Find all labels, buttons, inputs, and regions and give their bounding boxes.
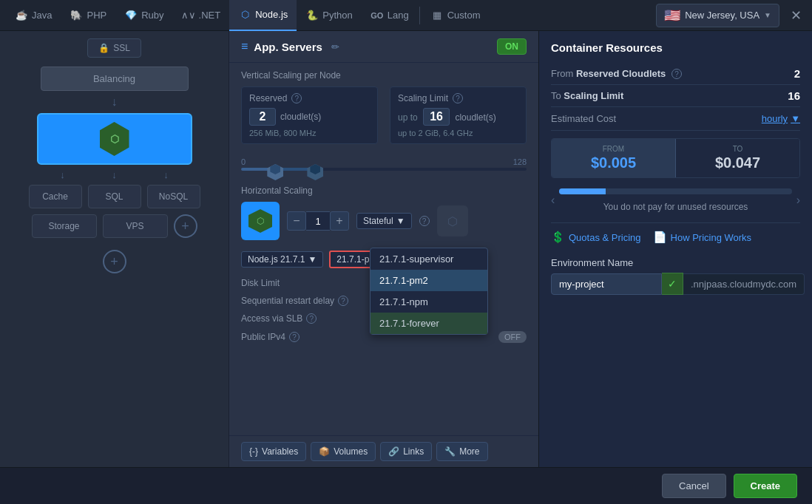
hourly-select[interactable]: hourly ▼ (762, 113, 800, 124)
version-option-supervisor[interactable]: 21.7.1-supervisor (371, 248, 487, 270)
cancel-button[interactable]: Cancel (662, 474, 725, 498)
balancing-button[interactable]: Balancing (41, 67, 189, 91)
scaling-limit-input[interactable] (423, 108, 450, 126)
how-pricing-label: How Pricing Works (671, 232, 752, 243)
hex-handle-right-inner (310, 164, 320, 174)
slider-labels: 0 128 (241, 157, 527, 166)
access-slb-help-icon[interactable]: ? (306, 313, 317, 324)
tab-net[interactable]: ∧∨ .NET (173, 0, 230, 31)
env-domain: .nnjpaas.cloudmydc.com (683, 273, 805, 295)
scaling-limit-help-icon[interactable]: ? (453, 93, 463, 103)
storage-block[interactable]: Storage (32, 214, 97, 238)
slider-max: 128 (513, 157, 527, 166)
add-db-button[interactable]: + (174, 214, 197, 238)
scaling-upto: up to cloudlet(s) (398, 108, 518, 126)
how-pricing-link[interactable]: 📄 How Pricing Works (653, 231, 752, 244)
variables-button[interactable]: {-} Variables (241, 442, 306, 461)
links-label: Links (403, 446, 424, 457)
create-button[interactable]: Create (734, 474, 797, 498)
reserved-help-icon[interactable]: ? (291, 93, 302, 103)
tab-php[interactable]: 🐘 PHP (61, 0, 115, 31)
to-scaling-row: To Scaling Limit 16 (551, 85, 800, 107)
scaling-limit-text: Scaling Limit (564, 90, 623, 101)
horizontal-scaling-section: Horizontal Scaling ⬡ − 1 + Stateful ▼ ? (229, 181, 538, 245)
reserved-cloudlets-text: Reserved Cloudlets (576, 68, 666, 79)
region-name: New Jersey, USA (685, 10, 759, 21)
ssl-button[interactable]: 🔒 SSL (87, 38, 141, 58)
storage-row: Storage VPS + (32, 214, 197, 238)
env-name-input[interactable] (551, 273, 662, 295)
stepper-minus[interactable]: − (287, 211, 306, 231)
public-ipv4-help-icon[interactable]: ? (289, 332, 300, 342)
node-hex-label: ⬡ (257, 216, 264, 226)
tab-java[interactable]: ☕ Java (6, 0, 61, 31)
env-name-section: Environment Name ✓ .nnjpaas.cloudmydc.co… (551, 257, 800, 295)
reserved-box: Reserved ? cloudlet(s) 256 MiB, 800 MHz (241, 86, 378, 144)
stateful-help-icon[interactable]: ? (419, 216, 430, 226)
volumes-icon: 📦 (319, 446, 330, 457)
reserved-value-input[interactable] (249, 108, 276, 126)
tab-python[interactable]: 🐍 Python (297, 0, 361, 31)
inactive-node-icon: ⬡ (447, 214, 458, 228)
db-nosql[interactable]: NoSQL (147, 185, 200, 208)
volumes-button[interactable]: 📦 Volumes (311, 442, 376, 461)
node-hex-icon: ⬡ (248, 209, 272, 233)
edit-icon[interactable]: ✏ (331, 41, 339, 52)
node-version-dropdown[interactable]: Node.js 21.7.1 ▼ (241, 251, 323, 268)
from-label: From (551, 68, 573, 79)
close-button[interactable]: ✕ (785, 5, 806, 26)
upto-label: up to (398, 112, 418, 123)
tab-golang[interactable]: GO Lang (362, 0, 418, 31)
add-node-button[interactable]: + (103, 250, 126, 273)
estimated-cost-row: Estimated Cost hourly ▼ (551, 107, 800, 131)
db-row: Cache SQL NoSQL (29, 185, 200, 208)
vps-block[interactable]: VPS (103, 214, 168, 238)
slider-handle-reserved[interactable] (267, 161, 283, 177)
stateful-dropdown[interactable]: Stateful ▼ (356, 213, 412, 229)
nodejs-hexagon: ⬡ (100, 122, 129, 156)
php-icon: 🐘 (70, 9, 83, 22)
to-label: To (551, 90, 561, 101)
quotas-pricing-link[interactable]: 💲 Quotas & Pricing (551, 231, 641, 244)
stepper-plus[interactable]: + (330, 211, 349, 231)
ruby-icon: 💎 (124, 9, 138, 22)
region-selector[interactable]: 🇺🇸 New Jersey, USA ▼ (656, 4, 779, 27)
access-slb-text: Access via SLB (241, 313, 302, 324)
version-option-pm2[interactable]: 21.7.1-pm2 (371, 270, 487, 291)
cost-range-slider[interactable] (559, 188, 791, 194)
range-fill (559, 188, 606, 194)
version-option-npm[interactable]: 21.7.1-npm (371, 291, 487, 313)
net-icon: ∧∨ (182, 9, 195, 22)
scaling-slider[interactable] (241, 168, 527, 171)
tab-ruby[interactable]: 💎 Ruby (115, 0, 172, 31)
cost-range-box: FROM $0.005 TO $0.047 (551, 138, 800, 178)
tab-nodejs[interactable]: ⬡ Node.js (229, 0, 297, 31)
tab-custom[interactable]: ▦ Custom (422, 0, 490, 31)
db-sql[interactable]: SQL (88, 185, 141, 208)
on-toggle[interactable]: ON (497, 38, 527, 55)
right-arrow-icon[interactable]: › (796, 194, 800, 207)
hex-handle-left-inner (270, 164, 280, 174)
links-button[interactable]: 🔗 Links (380, 442, 432, 461)
from-reserved-row: From Reserved Cloudlets ? 2 (551, 63, 800, 85)
more-button[interactable]: 🔧 More (436, 442, 487, 461)
public-ipv4-toggle[interactable]: OFF (498, 331, 527, 343)
reserved-cloudlets-help[interactable]: ? (671, 69, 682, 79)
balancing-label: Balancing (93, 73, 135, 84)
sequential-help-icon[interactable]: ? (338, 296, 348, 306)
vps-label: VPS (126, 221, 143, 231)
db-cache[interactable]: Cache (29, 185, 82, 208)
cache-label: Cache (42, 191, 68, 202)
volumes-label: Volumes (334, 446, 368, 457)
cost-from-box: FROM $0.005 (552, 139, 675, 177)
tab-nodejs-label: Node.js (255, 9, 288, 20)
slider-handle-scaling[interactable] (307, 161, 323, 177)
nodejs-block[interactable]: ⬡ (37, 113, 192, 165)
main-layout: 🔒 SSL Balancing ↓ ⬡ ↓↓↓ Cache SQL NoSQL (0, 31, 812, 467)
slider-min: 0 (241, 157, 246, 166)
version-option-forever[interactable]: 21.7.1-forever (371, 313, 487, 334)
hamburger-icon: ≡ (241, 40, 248, 53)
disk-limit-text: Disk Limit (241, 278, 280, 288)
scaling-cloudlets-label: cloudlet(s) (455, 112, 495, 123)
bottom-toolbar: {-} Variables 📦 Volumes 🔗 Links 🔧 More (229, 435, 538, 467)
